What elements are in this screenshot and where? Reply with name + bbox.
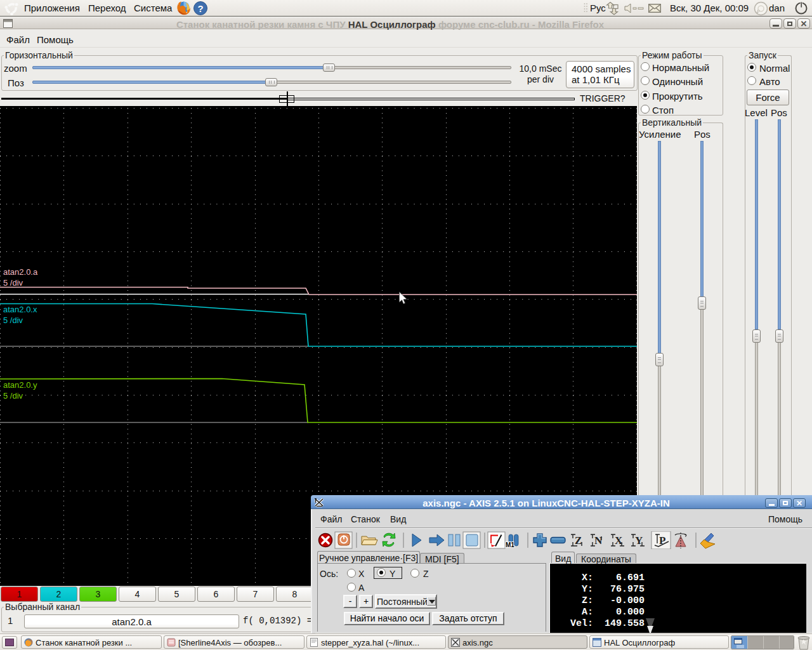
- svg-text:M1: M1: [506, 541, 514, 548]
- svg-text:N: N: [594, 534, 603, 547]
- svg-text:?: ?: [197, 3, 203, 14]
- svg-text:Z: Z: [575, 534, 582, 547]
